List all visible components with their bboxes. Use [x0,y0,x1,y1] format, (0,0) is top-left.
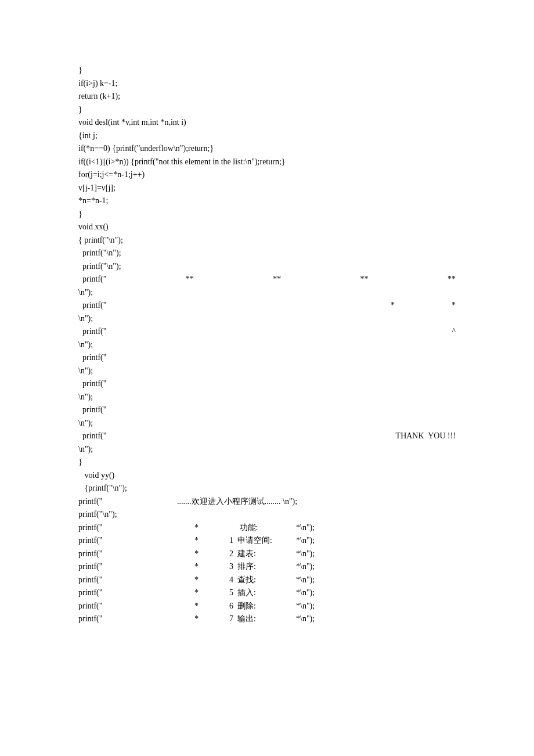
segment: printf(" [78,299,334,312]
code-line: { printf("\n"); [78,234,456,247]
code-line: } [78,456,456,469]
menu-line: printf(" * 5 插入: *\n"); [78,586,456,600]
segment: * [452,299,456,312]
menu-line: printf(" * 4 查找: *\n"); [78,574,456,587]
code-line: return (k+1); [78,90,456,103]
menu-line: printf(" * 7 输出: *\n"); [78,613,456,626]
document-page: } if(i>j) k=-1; return (k+1); } void des… [0,0,534,684]
segment: * [194,600,229,613]
code-line: void xx() [78,221,456,234]
code-line: \n"); [78,312,456,326]
code-line: \n"); [78,339,456,352]
code-line-stars: printf(" * * [78,299,456,312]
segment: 3 排序: [229,560,296,574]
segment: printf(" [78,574,194,587]
menu-line: printf(" * 3 排序: *\n"); [78,560,456,574]
segment: * [391,299,395,312]
segment: 2 建表: [229,548,296,561]
segment: *\n"); [296,560,315,574]
code-line: \n"); [78,286,456,300]
code-line: } [78,64,456,77]
code-line: printf(" [78,404,456,417]
code-line: printf("\n"); [78,247,456,260]
code-line: } [78,103,456,117]
code-line: *n=*n-1; [78,195,456,208]
segment: *\n"); [296,574,315,587]
code-line: \n"); [78,391,456,404]
code-line: if(i>j) k=-1; [78,77,456,91]
segment: ** [273,273,281,286]
segment: 1 申请空间: [229,534,296,548]
segment: printf(" [78,548,194,561]
segment: 5 插入: [229,586,296,600]
segment: * [194,586,229,600]
code-line: for(j=i;j<=*n-1;j++) [78,168,456,182]
code-line: void yy() [78,469,456,483]
segment: *\n"); [296,600,315,613]
segment: printf(" [78,534,194,548]
code-line: \n"); [78,443,456,456]
code-line: \n"); [78,365,456,378]
code-line: \n"); [78,417,456,430]
segment: * [194,613,229,626]
segment: printf(" [78,521,194,535]
segment: printf(" [78,273,106,286]
menu-line: printf(" * 6 删除: *\n"); [78,600,456,613]
segment: YOU !!! [428,430,456,443]
segment: printf(" [78,600,194,613]
menu-line: printf(" * 2 建表: *\n"); [78,548,456,561]
code-line: if(*n==0) {printf("underflow\n");return;… [78,142,456,156]
segment: * [194,574,229,587]
segment: *\n"); [296,548,315,561]
code-line: void desl(int *v,int m,int *n,int i) [78,116,456,129]
code-line: if((i<1)||(i>*n)) {printf("not this elem… [78,156,456,169]
segment: printf(" [78,430,392,443]
segment: * [194,548,229,561]
segment: *\n"); [296,586,315,600]
segment: *\n"); [296,613,315,626]
code-line: {printf("\n"); [78,482,456,495]
segment: * [194,534,229,548]
segment: *\n"); [296,534,315,548]
segment: 7 输出: [229,613,296,626]
code-line-caret: printf(" ^ [78,325,456,339]
menu-line: printf(" * 功能: *\n"); [78,521,456,535]
code-line-welcome: printf(" .......欢迎进入小程序测试........ \n"); [78,495,456,509]
segment: .......欢迎进入小程序测试........ \n"); [177,495,297,509]
code-line: {int j; [78,129,456,143]
segment: ** [360,273,369,286]
segment: printf(" [78,613,194,626]
code-line-stars: printf(" ** ** ** ** [78,273,456,286]
segment: ^ [452,325,456,339]
code-line: printf("\n"); [78,260,456,273]
code-line: } [78,208,456,221]
segment: 4 查找: [229,574,296,587]
segment: *\n"); [296,521,315,535]
code-line-thank: printf(" THANK YOU !!! [78,430,456,443]
segment: 6 删除: [229,600,296,613]
segment: * [194,560,229,574]
segment: printf(" [78,325,106,339]
segment: * [194,521,229,535]
code-line: printf(" [78,377,456,391]
segment: ** [448,273,456,286]
code-line: printf("\n"); [78,508,456,521]
menu-line: printf(" * 1 申请空间: *\n"); [78,534,456,548]
code-line: v[j-1]=v[j]; [78,182,456,195]
segment: THANK [396,430,424,443]
segment: printf(" [78,560,194,574]
segment: printf(" [78,495,177,509]
segment: ** [186,273,194,286]
code-line: printf(" [78,351,456,365]
segment: 功能: [229,521,296,535]
segment: printf(" [78,586,194,600]
